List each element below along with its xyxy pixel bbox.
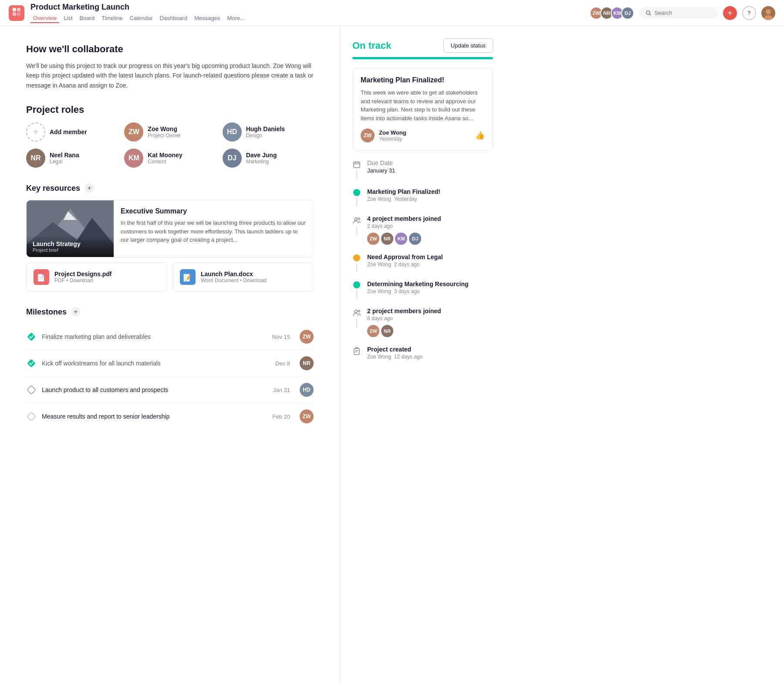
tl-avatar-m2-1: ZW (367, 325, 379, 337)
timeline-sub-resourcing: Zoe Wong 3 days ago (367, 288, 493, 294)
add-member-label: Add member (50, 128, 87, 135)
timeline-sub-members2: 8 days ago (367, 315, 493, 321)
role-title-dave: Marketing (246, 159, 277, 165)
milestone-item-3[interactable]: Launch product to all customers and pros… (26, 377, 314, 403)
role-name-dave: Dave Jung (246, 152, 277, 159)
update-status-button[interactable]: Update status (443, 38, 493, 53)
status-update-card: Marketing Plan Finalized! This week we w… (352, 68, 493, 151)
doc-icon: 📝 (180, 269, 196, 285)
file-card-pdf[interactable]: 📄 Project Designs.pdf PDF • Download (26, 263, 167, 291)
timeline-dot-col-members2 (352, 308, 361, 328)
timeline-sub-members4: 2 days ago (367, 223, 493, 229)
milestone-name-3: Launch product to all customers and pros… (42, 386, 268, 393)
nav-item-overview[interactable]: Overview (30, 14, 59, 23)
user-avatar[interactable] (761, 6, 775, 20)
timeline-dot-col-duedate (352, 159, 361, 179)
status-update-title: Marketing Plan Finalized! (361, 76, 485, 84)
add-member-button[interactable]: + (26, 122, 45, 142)
main-layout: How we'll collaborate We'll be using thi… (0, 26, 784, 683)
role-name-neel: Neel Rana (50, 152, 79, 159)
app-icon[interactable] (9, 5, 24, 21)
file-name-pdf: Project Designs.pdf (54, 270, 112, 277)
timeline-title-marketing: Marketing Plan Finalized! (367, 188, 493, 195)
status-author: ZW Zoe Wong Yesterday (361, 128, 406, 142)
nav-item-timeline[interactable]: Timeline (99, 14, 125, 23)
file-card-doc[interactable]: 📝 Launch Plan.docx Word Document • Downl… (172, 263, 314, 291)
role-title-neel: Legal (50, 159, 79, 165)
milestones-add-button[interactable]: + (71, 307, 81, 317)
timeline-dot-col-marketing (352, 188, 361, 206)
header-title-area: Product Marketing Launch Overview List B… (30, 3, 590, 23)
roles-title: Project roles (26, 104, 314, 115)
role-info-kat: Kat Mooney Content (148, 152, 182, 165)
timeline-avatars-members4: ZW NR KM DJ (367, 233, 493, 245)
milestone-avatar-4: ZW (300, 409, 314, 423)
timeline-title-resourcing: Determining Marketing Resourcing (367, 281, 493, 287)
role-info-hugh: Hugh Daniels Design (246, 125, 285, 139)
milestones-section: Milestones + Finalize marketing plan and… (26, 307, 314, 429)
nav-item-more[interactable]: More... (224, 14, 247, 23)
milestone-item-2[interactable]: Kick off workstreams for all launch mate… (26, 350, 314, 377)
search-bar[interactable] (639, 7, 718, 19)
timeline-item-legal: Need Approval from Legal Zoe Wong 2 days… (352, 254, 493, 272)
resource-card-desc: In the first half of this year we will b… (121, 219, 306, 244)
file-info-doc: Launch Plan.docx Word Document • Downloa… (201, 270, 267, 284)
resource-thumbnail-overlay: Launch Strategy Project brief (27, 236, 114, 257)
nav-item-messages[interactable]: Messages (192, 14, 223, 23)
status-update-footer: ZW Zoe Wong Yesterday 👍 (361, 128, 485, 142)
like-button[interactable]: 👍 (475, 131, 485, 140)
avatar-dave[interactable]: DJ (621, 7, 634, 20)
avatar-dave-role: DJ (223, 149, 242, 168)
milestone-item-4[interactable]: Measure results and report to senior lea… (26, 403, 314, 429)
header-avatar-group[interactable]: ZW NR KM DJ (590, 7, 634, 20)
milestone-date-2: Dec 8 (275, 360, 290, 367)
role-name-hugh: Hugh Daniels (246, 125, 285, 132)
svg-rect-18 (27, 385, 36, 394)
help-button[interactable]: ? (742, 6, 756, 20)
add-member-info: Add member (50, 128, 87, 135)
svg-rect-0 (13, 8, 16, 11)
svg-rect-19 (27, 412, 36, 421)
avatar-hugh-role: HD (223, 122, 242, 142)
pdf-icon: 📄 (34, 269, 49, 285)
collaborate-description: We'll be using this project to track our… (26, 61, 314, 90)
milestone-date-3: Jan 31 (273, 387, 290, 393)
resource-card-main[interactable]: Launch Strategy Project brief Executive … (26, 200, 314, 257)
svg-text:📝: 📝 (183, 274, 192, 282)
nav-item-calendar[interactable]: Calendar (127, 14, 155, 23)
svg-text:📄: 📄 (37, 274, 45, 282)
role-item-dave: DJ Dave Jung Marketing (223, 149, 314, 168)
role-name-zoe: Zoe Wong (148, 125, 181, 132)
resources-add-button[interactable]: + (84, 183, 94, 193)
status-author-time: Yesterday (379, 136, 406, 142)
search-input[interactable] (654, 10, 712, 16)
svg-line-5 (650, 14, 651, 16)
timeline-dot-green-2 (353, 281, 360, 288)
milestone-icon-4 (26, 411, 37, 422)
right-panel: On track Update status Marketing Plan Fi… (340, 26, 505, 683)
file-meta-doc: Word Document • Download (201, 277, 267, 284)
file-name-doc: Launch Plan.docx (201, 270, 267, 277)
timeline-item-created: Project created Zoe Wong 12 days ago (352, 346, 493, 360)
resource-thumbnail: Launch Strategy Project brief (27, 200, 114, 257)
svg-rect-17 (27, 359, 36, 368)
timeline-title-members4: 4 project members joined (367, 215, 493, 222)
timeline-line-members2 (356, 319, 357, 328)
milestone-name-1: Finalize marketing plan and deliverables (42, 333, 267, 340)
nav-item-list[interactable]: List (61, 14, 75, 23)
role-title-hugh: Design (246, 132, 285, 139)
nav-item-dashboard[interactable]: Dashboard (157, 14, 190, 23)
resources-title: Key resources (26, 184, 80, 193)
role-item-hugh: HD Hugh Daniels Design (223, 122, 314, 142)
nav-item-board[interactable]: Board (77, 14, 97, 23)
add-button[interactable]: + (723, 6, 737, 20)
milestone-item-1[interactable]: Finalize marketing plan and deliverables… (26, 324, 314, 350)
header-nav: Overview List Board Timeline Calendar Da… (30, 14, 590, 23)
milestone-avatar-2: NR (300, 356, 314, 370)
add-member-item[interactable]: + Add member (26, 122, 117, 142)
milestones-title: Milestones (26, 308, 67, 317)
timeline-item-members4: 4 project members joined 2 days ago ZW N… (352, 215, 493, 245)
svg-point-27 (358, 310, 360, 312)
avatar-kat-role: KM (124, 149, 143, 168)
timeline-sub-marketing: Zoe Wong Yesterday (367, 196, 493, 202)
